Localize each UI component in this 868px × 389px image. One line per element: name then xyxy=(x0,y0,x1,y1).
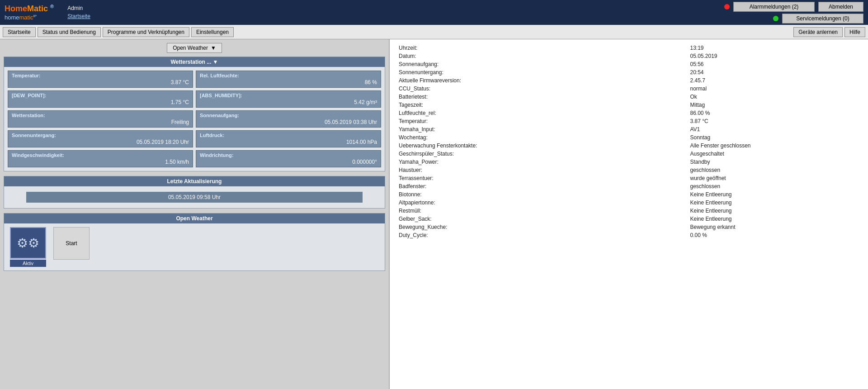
info-label: Temperatur: xyxy=(397,117,688,125)
info-value: wurde geöffnet xyxy=(688,174,861,182)
info-row: Duty_Cycle: 0.00 % xyxy=(397,231,861,239)
wetterstation-body: Temperatur: 3.87 °C Rel. Luftfeuchte: 86… xyxy=(4,67,385,171)
nav-einstellungen[interactable]: Einstellungen xyxy=(191,27,234,37)
weather-cell: Windrichtung: 0.000000° xyxy=(196,150,381,167)
weather-cell-value: Freiling xyxy=(12,119,189,125)
info-value: Keine Entleerung xyxy=(688,215,861,223)
info-label: Luftfeuchte_rel: xyxy=(397,109,688,117)
alarm-button[interactable]: Alarmmeldungen (2) xyxy=(733,2,815,12)
admin-info: Admin Startseite xyxy=(67,4,90,20)
info-row: Badfenster: geschlossen xyxy=(397,182,861,190)
info-label: Biotonne: xyxy=(397,190,688,199)
hilfe-button[interactable]: Hilfe xyxy=(844,27,865,37)
info-value: 20:54 xyxy=(688,68,861,76)
program-aktiv: ⚙⚙ Aktiv xyxy=(8,227,48,267)
weather-cell-value: 05.05.2019 18:20 Uhr xyxy=(12,139,189,145)
weather-cell-value: 1.75 °C xyxy=(12,99,189,105)
weather-cell-value: 3.87 °C xyxy=(12,79,189,85)
info-label: Terrassentuer: xyxy=(397,174,688,182)
program-grid: ⚙⚙ Aktiv Start xyxy=(4,223,385,270)
program-start-btn[interactable]: Start xyxy=(53,227,90,260)
nav-right: Geräte anlernen Hilfe xyxy=(793,27,865,37)
program-start: Start xyxy=(51,227,92,267)
info-row: Bewegung_Kueche: Bewegung erkannt xyxy=(397,223,861,231)
weather-cell-value: 5.42 g/m³ xyxy=(200,99,377,105)
weather-cell-value: 1.50 km/h xyxy=(12,159,189,165)
info-value: Standby xyxy=(688,158,861,166)
logo-home: Home xyxy=(5,4,27,13)
left-panel: Open Weather ▼ Wetterstation ... ▼ Tempe… xyxy=(0,39,389,389)
info-value: geschlossen xyxy=(688,182,861,190)
info-value: Keine Entleerung xyxy=(688,199,861,207)
nav-startseite[interactable]: Startseite xyxy=(3,27,36,37)
info-value: 86.00 % xyxy=(688,109,861,117)
dropdown-label: Open Weather xyxy=(173,45,208,51)
info-value: 2.45.7 xyxy=(688,76,861,85)
nav-programme[interactable]: Programme und Verknüpfungen xyxy=(103,27,189,37)
info-label: Sonnenuntergang: xyxy=(397,68,688,76)
service-button[interactable]: Servicemeldungen (0) xyxy=(782,14,863,24)
info-label: Gelber_Sack: xyxy=(397,215,688,223)
weather-cell-value: 05.05.2019 03:38 Uhr xyxy=(200,119,377,125)
letzte-aktualisierung-panel: Letzte Aktualisierung 05.05.2019 09:58 U… xyxy=(4,176,385,209)
weather-cell: Sonnenuntergang: 05.05.2019 18:20 Uhr xyxy=(8,130,193,147)
info-label: Sonnenaufgang: xyxy=(397,60,688,68)
info-value: Bewegung erkannt xyxy=(688,223,861,231)
weather-cell-label: Windrichtung: xyxy=(200,152,377,158)
info-value: Ok xyxy=(688,93,861,101)
open-weather-panel: Open Weather ⚙⚙ Aktiv Start xyxy=(4,213,385,271)
info-value: Keine Entleerung xyxy=(688,207,861,215)
info-value: Mittag xyxy=(688,101,861,109)
weather-cell-value: 86 % xyxy=(200,79,377,85)
header-row-service: Servicemeldungen (0) xyxy=(773,14,863,24)
gear-icon: ⚙⚙ xyxy=(17,236,39,251)
nav-status[interactable]: Status und Bedienung xyxy=(38,27,101,37)
info-value: 0.00 % xyxy=(688,231,861,239)
weather-cell-label: Sonnenuntergang: xyxy=(12,133,189,138)
info-row: Temperatur: 3.87 °C xyxy=(397,117,861,125)
info-label: Batterietest: xyxy=(397,93,688,101)
open-weather-dropdown[interactable]: Open Weather ▼ xyxy=(167,43,222,53)
info-row: CCU_Status: normal xyxy=(397,85,861,93)
nav-bar: Startseite Status und Bedienung Programm… xyxy=(0,25,868,39)
wetterstation-title[interactable]: Wetterstation ... ▼ xyxy=(4,57,385,67)
info-value: Ausgeschaltet xyxy=(688,150,861,158)
info-row: Uhrzeit: 13:19 xyxy=(397,44,861,52)
info-label: CCU_Status: xyxy=(397,85,688,93)
info-row: Yamaha_Input: AV1 xyxy=(397,125,861,133)
info-value: 3.87 °C xyxy=(688,117,861,125)
info-value: Sonntag xyxy=(688,133,861,142)
info-label: Yamaha_Power: xyxy=(397,158,688,166)
info-label: Haustuer: xyxy=(397,166,688,174)
weather-cell: Sonnenaufgang: 05.05.2019 03:38 Uhr xyxy=(196,110,381,128)
header-right: Alarmmeldungen (2) Abmelden Servicemeldu… xyxy=(724,2,863,24)
info-row: Haustuer: geschlossen xyxy=(397,166,861,174)
program-aktiv-label: Aktiv xyxy=(10,260,46,267)
info-label: Yamaha_Input: xyxy=(397,125,688,133)
info-row: Wochentag: Sonntag xyxy=(397,133,861,142)
weather-cell-label: Wetterstation: xyxy=(12,113,189,118)
header-left: HomeMatic ® homematicIP Admin Startseite xyxy=(5,4,90,21)
weather-cell: [ABS_HUMIDITY]: 5.42 g/m³ xyxy=(196,90,381,108)
info-value: 05:56 xyxy=(688,60,861,68)
info-row: Terrassentuer: wurde geöffnet xyxy=(397,174,861,182)
info-value: Alle Fenster geschlossen xyxy=(688,142,861,150)
logo-top: HomeMatic ® xyxy=(5,4,54,14)
info-value: 13:19 xyxy=(688,44,861,52)
info-value: Keine Entleerung xyxy=(688,190,861,199)
abmelden-button[interactable]: Abmelden xyxy=(818,2,863,12)
update-value: 05.05.2019 09:58 Uhr xyxy=(26,192,362,203)
weather-cell-label: [ABS_HUMIDITY]: xyxy=(200,93,377,98)
logo-matic: Matic xyxy=(27,4,48,13)
program-icon-box[interactable]: ⚙⚙ xyxy=(10,227,46,259)
letzte-aktualisierung-title: Letzte Aktualisierung xyxy=(4,176,385,186)
info-label: Duty_Cycle: xyxy=(397,231,688,239)
weather-cell: Wetterstation: Freiling xyxy=(8,110,193,128)
info-row: Altpapiertonne: Keine Entleerung xyxy=(397,199,861,207)
admin-label: Admin xyxy=(67,4,90,12)
geraete-button[interactable]: Geräte anlernen xyxy=(793,27,843,37)
info-value: AV1 xyxy=(688,125,861,133)
weather-cell: Windgeschwindigkeit: 1.50 km/h xyxy=(8,150,193,167)
info-label: Aktuelle Firmwareversion: xyxy=(397,76,688,85)
startseite-link[interactable]: Startseite xyxy=(67,12,90,20)
